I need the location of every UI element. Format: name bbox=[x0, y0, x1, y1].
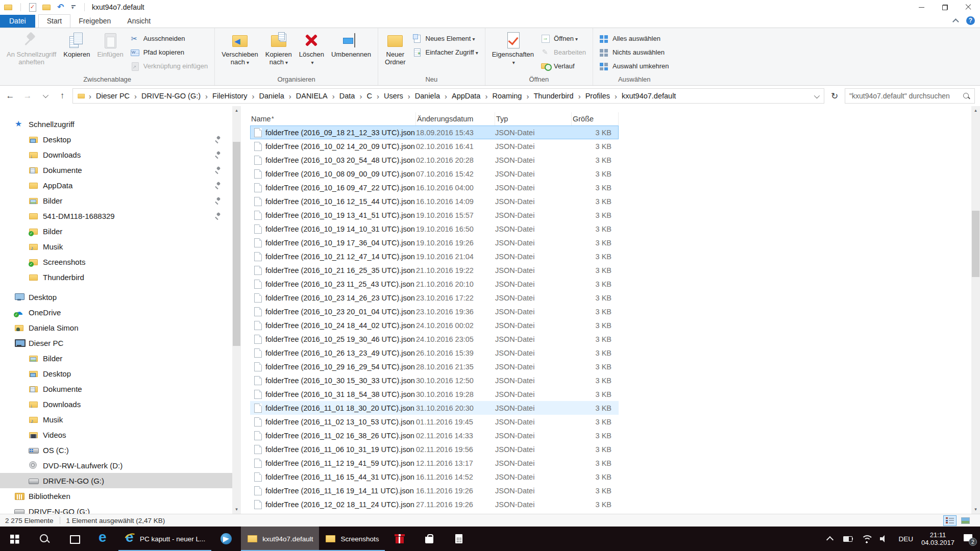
file-row[interactable]: folderTree (2016_10_25 19_30_46 UTC).jso… bbox=[250, 332, 619, 346]
column-header-size[interactable]: Größe bbox=[572, 112, 619, 126]
sidebar-item[interactable]: Dokumente bbox=[0, 162, 241, 178]
taskbar-button[interactable] bbox=[89, 527, 118, 551]
taskbar-button[interactable]: PC kaputt - neuer L... bbox=[118, 527, 211, 551]
breadcrumb-segment[interactable]: AppData bbox=[450, 90, 490, 102]
sidebar-item[interactable]: OS (C:) bbox=[0, 442, 241, 458]
scrollbar-thumb[interactable] bbox=[233, 142, 240, 346]
breadcrumb-segment[interactable]: DANIELA bbox=[294, 90, 337, 102]
notification-center-icon[interactable]: 2 bbox=[963, 533, 975, 544]
ribbon-button[interactable]: Verknüpfung einfügen bbox=[127, 59, 212, 73]
sidebar-item[interactable]: Desktop bbox=[0, 132, 241, 147]
help-icon[interactable] bbox=[966, 16, 975, 25]
sidebar-item[interactable]: Desktop bbox=[0, 366, 241, 381]
ribbon-button[interactable]: Umbenennen bbox=[328, 30, 375, 74]
ribbon-button[interactable]: Nichts auswählen bbox=[596, 45, 673, 59]
scroll-down-icon[interactable] bbox=[232, 505, 241, 514]
file-row[interactable]: folderTree (2016_10_31 18_54_38 UTC).jso… bbox=[250, 387, 619, 401]
file-row[interactable]: folderTree (2016_11_01 18_30_20 UTC).jso… bbox=[250, 401, 619, 415]
column-header-name[interactable]: Name bbox=[250, 112, 416, 126]
file-row[interactable]: folderTree (2016_10_23 20_01_04 UTC).jso… bbox=[250, 305, 619, 318]
sidebar-item[interactable]: Desktop bbox=[0, 289, 241, 305]
breadcrumb-segment[interactable]: Dieser PC bbox=[94, 90, 139, 102]
file-row[interactable]: folderTree (2016_10_29 16_29_54 UTC).jso… bbox=[250, 360, 619, 373]
battery-icon[interactable] bbox=[843, 534, 853, 543]
taskbar-button[interactable] bbox=[211, 527, 241, 551]
ribbon-tab[interactable]: Datei bbox=[0, 15, 35, 28]
file-row[interactable]: folderTree (2016_09_18 21_12_33 UTC).jso… bbox=[250, 126, 619, 139]
sidebar-item[interactable]: Musik bbox=[0, 412, 241, 427]
taskbar-button[interactable] bbox=[385, 527, 414, 551]
taskbar-button[interactable] bbox=[59, 527, 89, 551]
file-row[interactable]: folderTree (2016_10_02 14_20_09 UTC).jso… bbox=[250, 139, 619, 153]
ribbon-button[interactable]: Einfügen bbox=[93, 30, 127, 74]
sidebar-item[interactable]: Dokumente bbox=[0, 381, 241, 396]
restore-button[interactable] bbox=[933, 0, 957, 14]
scroll-up-icon[interactable] bbox=[971, 106, 980, 115]
ribbon-button[interactable]: Neuer Ordner bbox=[381, 30, 409, 74]
taskbar-button[interactable]: Screenshots bbox=[319, 527, 385, 551]
breadcrumb-segment[interactable]: Daniela bbox=[413, 90, 450, 102]
ribbon-button[interactable]: Verlauf bbox=[537, 59, 590, 73]
address-dropdown-button[interactable] bbox=[811, 92, 822, 100]
file-row[interactable]: folderTree (2016_10_21 16_25_35 UTC).jso… bbox=[250, 263, 619, 277]
thumbnails-view-button[interactable] bbox=[959, 515, 972, 526]
ribbon-button[interactable]: Pfad kopieren bbox=[127, 45, 212, 59]
taskbar-button[interactable] bbox=[30, 527, 59, 551]
breadcrumb-segment[interactable]: C bbox=[364, 90, 381, 102]
file-row[interactable]: folderTree (2016_10_19 17_36_04 UTC).jso… bbox=[250, 236, 619, 249]
file-row[interactable]: folderTree (2016_11_02 13_10_53 UTC).jso… bbox=[250, 415, 619, 429]
sidebar-item[interactable]: DVD-RW-Laufwerk (D:) bbox=[0, 458, 241, 473]
breadcrumb-segment[interactable]: kxut94o7.default bbox=[620, 90, 678, 102]
ribbon-button[interactable]: Auswahl umkehren bbox=[596, 59, 673, 73]
ribbon-button[interactable]: Öffnen bbox=[537, 32, 590, 45]
sidebar-item[interactable]: Videos bbox=[0, 427, 241, 442]
file-row[interactable]: folderTree (2016_10_08 09_00_09 UTC).jso… bbox=[250, 167, 619, 181]
breadcrumb-segment[interactable]: Data bbox=[337, 90, 365, 102]
search-input[interactable] bbox=[849, 92, 963, 100]
breadcrumb-segment[interactable]: FileHistory bbox=[210, 90, 257, 102]
sidebar-item[interactable]: Downloads bbox=[0, 396, 241, 412]
sidebar-item[interactable]: Thunderbird bbox=[0, 269, 241, 285]
sidebar-item[interactable]: Screenshots bbox=[0, 254, 241, 269]
collapse-ribbon-icon[interactable] bbox=[952, 18, 959, 25]
wifi-icon[interactable] bbox=[862, 534, 872, 543]
undo-icon[interactable] bbox=[57, 3, 66, 11]
ribbon-button[interactable]: Kopieren bbox=[60, 30, 93, 74]
ribbon-tab[interactable]: Freigeben bbox=[70, 15, 119, 28]
sidebar-item[interactable]: Daniela Simon bbox=[0, 320, 241, 335]
file-row[interactable]: folderTree (2016_10_30 15_30_33 UTC).jso… bbox=[250, 373, 619, 387]
tray-chevron-up-icon[interactable] bbox=[825, 534, 835, 543]
file-row[interactable]: folderTree (2016_10_19 13_41_51 UTC).jso… bbox=[250, 208, 619, 222]
ribbon-button[interactable]: Einfacher Zugriff bbox=[409, 45, 482, 59]
column-header-type[interactable]: Typ bbox=[495, 112, 572, 126]
volume-icon[interactable] bbox=[880, 534, 890, 543]
details-view-button[interactable] bbox=[943, 515, 957, 526]
breadcrumb-segment[interactable]: Roaming bbox=[490, 90, 531, 102]
file-row[interactable]: folderTree (2016_10_16 12_15_44 UTC).jso… bbox=[250, 194, 619, 208]
file-row[interactable]: folderTree (2016_11_02 16_38_26 UTC).jso… bbox=[250, 429, 619, 442]
sidebar-item[interactable]: Bibliotheken bbox=[0, 488, 241, 504]
recent-locations-button[interactable] bbox=[38, 89, 52, 103]
file-row[interactable]: folderTree (2016_10_23 11_25_43 UTC).jso… bbox=[250, 277, 619, 291]
taskbar-button[interactable] bbox=[444, 527, 474, 551]
sidebar-item[interactable]: DRIVE-N-GO (G:) bbox=[0, 504, 241, 514]
address-bar[interactable]: Dieser PCDRIVE-N-GO (G:)FileHistoryDanie… bbox=[72, 88, 824, 104]
sidebar-scrollbar[interactable] bbox=[232, 106, 241, 514]
clock[interactable]: 21:11 04.03.2017 bbox=[921, 531, 954, 547]
column-header-date[interactable]: Änderungsdatum bbox=[416, 112, 495, 126]
ribbon-button[interactable]: Kopieren nach bbox=[262, 30, 296, 74]
sidebar-item[interactable]: Musik bbox=[0, 239, 241, 254]
file-row[interactable]: folderTree (2016_11_16 15_44_31 UTC).jso… bbox=[250, 470, 619, 484]
taskbar-button[interactable] bbox=[414, 527, 444, 551]
taskbar-button[interactable]: kxut94o7.default bbox=[241, 527, 319, 551]
toolbar-dropdown-icon[interactable] bbox=[71, 3, 77, 11]
file-row[interactable]: folderTree (2016_12_02 18_11_24 UTC).jso… bbox=[250, 497, 619, 511]
list-scrollbar[interactable] bbox=[971, 106, 980, 514]
file-row[interactable]: folderTree (2016_10_16 09_47_22 UTC).jso… bbox=[250, 181, 619, 194]
forward-button[interactable] bbox=[20, 89, 35, 103]
up-button[interactable] bbox=[55, 89, 69, 103]
minimize-button[interactable] bbox=[910, 0, 933, 14]
breadcrumb-segment[interactable]: Daniela bbox=[257, 90, 294, 102]
file-row[interactable]: folderTree (2016_11_12 19_41_59 UTC).jso… bbox=[250, 456, 619, 470]
ribbon-tab[interactable]: Start bbox=[38, 14, 71, 28]
